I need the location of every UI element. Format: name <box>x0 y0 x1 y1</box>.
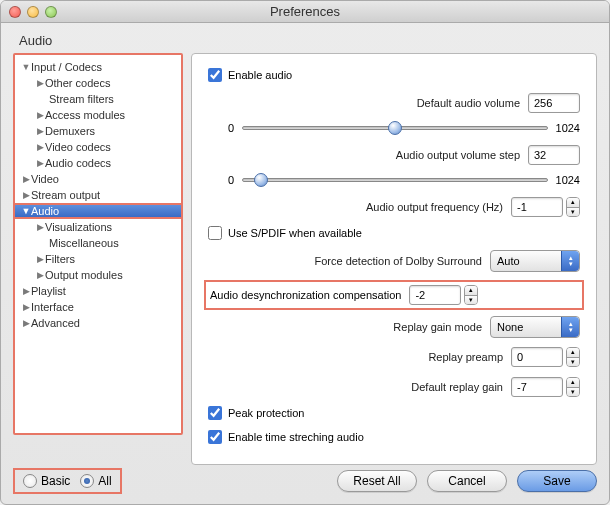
default-volume-slider[interactable] <box>242 126 547 130</box>
cancel-button[interactable]: Cancel <box>427 470 507 492</box>
output-step-input[interactable] <box>528 145 580 165</box>
section-title: Audio <box>19 33 609 48</box>
desync-highlight: Audio desynchronization compensation ▴▾ <box>204 280 584 310</box>
stepper-down-icon[interactable]: ▾ <box>567 208 579 217</box>
tree-item-visualizations[interactable]: ▶Visualizations <box>15 219 181 235</box>
titlebar: Preferences <box>1 1 609 23</box>
tree-item-access-modules[interactable]: ▶Access modules <box>15 107 181 123</box>
spdif-input[interactable] <box>208 226 222 240</box>
slider-max-label: 1024 <box>556 122 580 134</box>
default-volume-label: Default audio volume <box>208 97 520 109</box>
default-replay-stepper[interactable]: ▴▾ <box>566 377 580 397</box>
slider-min-label: 0 <box>228 174 234 186</box>
tree-item-miscellaneous[interactable]: Miscellaneous <box>15 235 181 251</box>
desync-label: Audio desynchronization compensation <box>210 289 401 301</box>
tree-item-other-codecs[interactable]: ▶Other codecs <box>15 75 181 91</box>
peak-input[interactable] <box>208 406 222 420</box>
tree-item-audio-codecs[interactable]: ▶Audio codecs <box>15 155 181 171</box>
tree-item-stream-output[interactable]: ▶Stream output <box>15 187 181 203</box>
minimize-icon[interactable] <box>27 6 39 18</box>
disclosure-down-icon: ▼ <box>21 206 31 216</box>
replay-mode-select[interactable]: None <box>490 316 580 338</box>
stepper-up-icon[interactable]: ▴ <box>567 378 579 388</box>
output-step-slider[interactable] <box>242 178 547 182</box>
disclosure-right-icon: ▶ <box>35 78 45 88</box>
tree-item-playlist[interactable]: ▶Playlist <box>15 283 181 299</box>
tree-item-audio[interactable]: ▼Audio <box>13 203 183 219</box>
window-controls <box>9 6 57 18</box>
disclosure-right-icon: ▶ <box>21 190 31 200</box>
output-freq-stepper[interactable]: ▴▾ <box>566 197 580 217</box>
bottom-bar: Basic All Reset All Cancel Save <box>13 468 597 494</box>
settings-panel: Enable audio Default audio volume 0 1024… <box>191 53 597 465</box>
view-mode-radio-group: Basic All <box>13 468 122 494</box>
time-stretch-input[interactable] <box>208 430 222 444</box>
enable-audio-input[interactable] <box>208 68 222 82</box>
replay-mode-label: Replay gain mode <box>208 321 482 333</box>
stepper-up-icon[interactable]: ▴ <box>465 286 477 296</box>
reset-all-button[interactable]: Reset All <box>337 470 417 492</box>
tree-item-demuxers[interactable]: ▶Demuxers <box>15 123 181 139</box>
dolby-label: Force detection of Dolby Surround <box>208 255 482 267</box>
disclosure-right-icon: ▶ <box>35 270 45 280</box>
basic-radio[interactable]: Basic <box>23 474 70 488</box>
default-volume-input[interactable] <box>528 93 580 113</box>
tree-item-interface[interactable]: ▶Interface <box>15 299 181 315</box>
slider-max-label: 1024 <box>556 174 580 186</box>
disclosure-right-icon: ▶ <box>35 142 45 152</box>
radio-checked-icon <box>80 474 94 488</box>
disclosure-right-icon: ▶ <box>35 222 45 232</box>
default-replay-label: Default replay gain <box>208 381 503 393</box>
stepper-down-icon[interactable]: ▾ <box>465 296 477 305</box>
time-stretch-checkbox[interactable]: Enable time streching audio <box>208 430 580 444</box>
stepper-down-icon[interactable]: ▾ <box>567 388 579 397</box>
zoom-icon[interactable] <box>45 6 57 18</box>
select-arrows-icon <box>561 317 579 337</box>
disclosure-right-icon: ▶ <box>21 318 31 328</box>
window-title: Preferences <box>1 4 609 19</box>
disclosure-right-icon: ▶ <box>21 286 31 296</box>
disclosure-right-icon: ▶ <box>35 254 45 264</box>
spdif-checkbox[interactable]: Use S/PDIF when available <box>208 226 580 240</box>
tree-item-filters[interactable]: ▶Filters <box>15 251 181 267</box>
close-icon[interactable] <box>9 6 21 18</box>
category-tree[interactable]: ▼Input / Codecs ▶Other codecs Stream fil… <box>13 53 183 435</box>
select-arrows-icon <box>561 251 579 271</box>
dolby-select[interactable]: Auto <box>490 250 580 272</box>
tree-item-advanced[interactable]: ▶Advanced <box>15 315 181 331</box>
disclosure-right-icon: ▶ <box>35 126 45 136</box>
peak-checkbox[interactable]: Peak protection <box>208 406 580 420</box>
disclosure-right-icon: ▶ <box>35 110 45 120</box>
stepper-up-icon[interactable]: ▴ <box>567 348 579 358</box>
tree-item-video-codecs[interactable]: ▶Video codecs <box>15 139 181 155</box>
slider-min-label: 0 <box>228 122 234 134</box>
disclosure-right-icon: ▶ <box>21 302 31 312</box>
tree-item-output-modules[interactable]: ▶Output modules <box>15 267 181 283</box>
enable-audio-checkbox[interactable]: Enable audio <box>208 68 580 82</box>
preferences-window: Preferences Audio ▼Input / Codecs ▶Other… <box>0 0 610 505</box>
stepper-up-icon[interactable]: ▴ <box>567 198 579 208</box>
tree-item-input-codecs[interactable]: ▼Input / Codecs <box>15 59 181 75</box>
tree-item-stream-filters[interactable]: Stream filters <box>15 91 181 107</box>
disclosure-right-icon: ▶ <box>35 158 45 168</box>
desync-stepper[interactable]: ▴▾ <box>464 285 478 305</box>
disclosure-down-icon: ▼ <box>21 62 31 72</box>
output-freq-input[interactable] <box>511 197 563 217</box>
stepper-down-icon[interactable]: ▾ <box>567 358 579 367</box>
tree-item-video[interactable]: ▶Video <box>15 171 181 187</box>
replay-preamp-stepper[interactable]: ▴▾ <box>566 347 580 367</box>
all-radio[interactable]: All <box>80 474 111 488</box>
replay-preamp-label: Replay preamp <box>208 351 503 363</box>
radio-icon <box>23 474 37 488</box>
output-freq-label: Audio output frequency (Hz) <box>208 201 503 213</box>
disclosure-right-icon: ▶ <box>21 174 31 184</box>
replay-preamp-input[interactable] <box>511 347 563 367</box>
default-replay-input[interactable] <box>511 377 563 397</box>
desync-input[interactable] <box>409 285 461 305</box>
save-button[interactable]: Save <box>517 470 597 492</box>
output-step-label: Audio output volume step <box>208 149 520 161</box>
